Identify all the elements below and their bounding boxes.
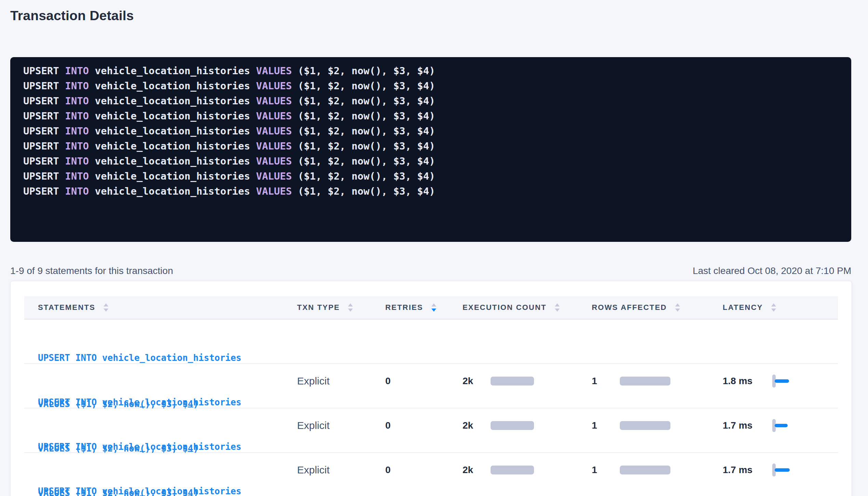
sort-desc-icon[interactable] <box>771 309 776 312</box>
statement-line-1: UPSERT INTO vehicle_location_histories <box>38 484 297 496</box>
rows-affected-cell: 1 <box>592 465 723 475</box>
sort-arrows <box>431 303 436 312</box>
column-label: ROWS AFFECTED <box>592 303 667 312</box>
sort-arrows <box>348 303 353 312</box>
column-header-retries[interactable]: RETRIES <box>383 303 463 312</box>
column-header-latency[interactable]: LATENCY <box>723 303 838 312</box>
sort-desc-icon[interactable] <box>348 309 353 312</box>
column-label: TXN TYPE <box>297 303 340 312</box>
column-header-execution-count[interactable]: EXECUTION COUNT <box>463 303 592 312</box>
retries-cell: 0 <box>383 420 463 431</box>
sql-statement-line: UPSERT INTO vehicle_location_histories V… <box>23 154 841 169</box>
execution-count-cell: 2k <box>463 420 592 431</box>
sort-arrows <box>104 303 108 312</box>
sql-statement-line: UPSERT INTO vehicle_location_histories V… <box>23 108 841 123</box>
latency-bar <box>775 379 789 383</box>
statement-line-1: UPSERT INTO vehicle_location_histories <box>38 350 297 366</box>
execution-count-bar <box>491 377 534 386</box>
rows-affected-value: 1 <box>592 420 620 431</box>
latency-value: 1.8 ms <box>723 376 772 387</box>
rows-affected-value: 1 <box>592 376 620 387</box>
table-body: UPSERT INTO vehicle_location_histories V… <box>24 319 838 496</box>
table-header-row: STATEMENTS TXN TYPE RETRIES EXECUTION CO… <box>24 296 838 319</box>
sort-asc-icon[interactable] <box>555 303 560 306</box>
sort-arrows <box>555 303 560 312</box>
rows-affected-bar <box>620 466 670 474</box>
sql-statement-line: UPSERT INTO vehicle_location_histories V… <box>23 184 841 199</box>
statement-line-1: UPSERT INTO vehicle_location_histories <box>38 439 297 455</box>
rows-affected-bar <box>620 377 670 386</box>
sort-desc-active-icon[interactable] <box>431 309 436 312</box>
latency-value: 1.7 ms <box>723 465 772 475</box>
latency-cell: 1.8 ms <box>723 375 838 388</box>
execution-count-value: 2k <box>463 465 491 475</box>
execution-count-cell: 2k <box>463 465 592 475</box>
column-label: LATENCY <box>723 303 763 312</box>
latency-bar-chart-icon <box>772 419 788 432</box>
statements-table-card: STATEMENTS TXN TYPE RETRIES EXECUTION CO… <box>10 281 852 496</box>
sql-statement-line: UPSERT INTO vehicle_location_histories V… <box>23 78 841 93</box>
column-header-statements[interactable]: STATEMENTS <box>24 303 297 312</box>
latency-bar <box>775 424 788 427</box>
statements-count-summary: 1-9 of 9 statements for this transaction <box>10 265 173 276</box>
latency-cell: 1.7 ms <box>723 419 838 432</box>
page-title: Transaction Details <box>10 8 134 23</box>
sort-arrows <box>675 303 680 312</box>
latency-bar-chart-icon <box>772 464 790 477</box>
transaction-sql-box: UPSERT INTO vehicle_location_histories V… <box>10 57 851 242</box>
statement-cell: UPSERT INTO vehicle_location_histories V… <box>24 453 297 496</box>
retries-cell: 0 <box>383 376 463 387</box>
execution-count-bar <box>491 466 534 474</box>
sql-statement-line: UPSERT INTO vehicle_location_histories V… <box>23 123 841 139</box>
latency-bar-chart-icon <box>772 375 789 388</box>
column-label: STATEMENTS <box>38 303 95 312</box>
sort-arrows <box>771 303 776 312</box>
rows-affected-bar <box>620 421 670 430</box>
rows-affected-cell: 1 <box>592 420 723 431</box>
latency-value: 1.7 ms <box>723 420 772 431</box>
statement-link[interactable]: UPSERT INTO vehicle_location_histories V… <box>38 453 297 496</box>
sql-statement-line: UPSERT INTO vehicle_location_histories V… <box>23 139 841 154</box>
sort-asc-icon[interactable] <box>348 303 353 306</box>
rows-affected-cell: 1 <box>592 376 723 387</box>
column-label: EXECUTION COUNT <box>463 303 547 312</box>
txn-type-cell: Explicit <box>297 375 383 387</box>
latency-cell: 1.7 ms <box>723 464 838 477</box>
column-header-txn-type[interactable]: TXN TYPE <box>297 303 383 312</box>
txn-type-cell: Explicit <box>297 464 383 476</box>
last-cleared-timestamp: Last cleared Oct 08, 2020 at 7:10 PM <box>693 265 851 276</box>
column-label: RETRIES <box>385 303 423 312</box>
execution-count-cell: 2k <box>463 376 592 387</box>
txn-type-cell: Explicit <box>297 420 383 431</box>
table-row: UPSERT INTO vehicle_location_histories V… <box>24 319 838 364</box>
sort-asc-icon[interactable] <box>431 303 436 306</box>
sql-statement-line: UPSERT INTO vehicle_location_histories V… <box>23 63 841 78</box>
sql-statement-line: UPSERT INTO vehicle_location_histories V… <box>23 93 841 108</box>
sort-asc-icon[interactable] <box>771 303 776 306</box>
execution-count-value: 2k <box>463 376 491 387</box>
sort-desc-icon[interactable] <box>555 309 560 312</box>
retries-cell: 0 <box>383 465 463 475</box>
transaction-details-page: { "page": { "title": "Transaction Detail… <box>0 0 868 496</box>
sql-statement-list: UPSERT INTO vehicle_location_histories V… <box>23 63 841 199</box>
rows-affected-value: 1 <box>592 465 620 475</box>
sort-desc-icon[interactable] <box>104 309 108 312</box>
execution-count-bar <box>491 421 534 430</box>
statement-line-1: UPSERT INTO vehicle_location_histories <box>38 395 297 410</box>
sort-asc-icon[interactable] <box>675 303 680 306</box>
sql-statement-line: UPSERT INTO vehicle_location_histories V… <box>23 169 841 184</box>
statements-summary-bar: 1-9 of 9 statements for this transaction… <box>10 264 851 278</box>
latency-bar <box>775 468 790 472</box>
execution-count-value: 2k <box>463 420 491 431</box>
sort-desc-icon[interactable] <box>675 309 680 312</box>
column-header-rows-affected[interactable]: ROWS AFFECTED <box>592 303 723 312</box>
sort-asc-icon[interactable] <box>104 303 108 306</box>
